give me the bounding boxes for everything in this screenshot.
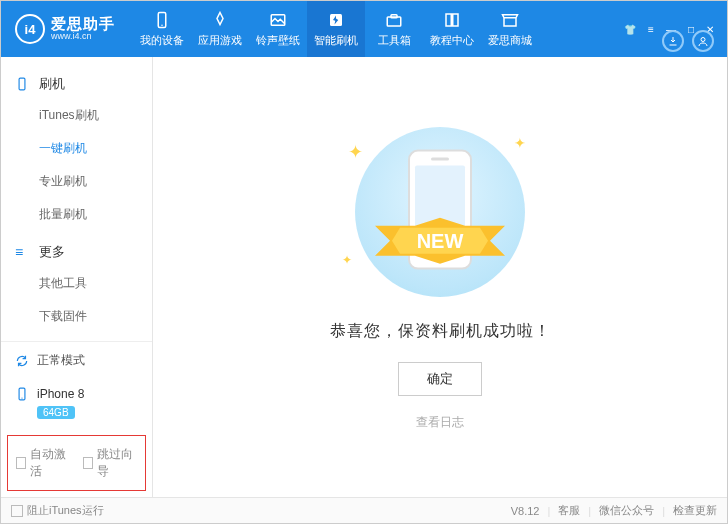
svg-point-6	[701, 38, 705, 42]
footer: 阻止iTunes运行 V8.12 | 客服 | 微信公众号 | 检查更新	[1, 497, 727, 523]
sidebar-section-more[interactable]: ≡ 更多	[1, 237, 152, 267]
sidebar-item-advanced[interactable]: 高级功能	[1, 333, 152, 341]
success-message: 恭喜您，保资料刷机成功啦！	[330, 321, 551, 342]
sidebar-device[interactable]: iPhone 8	[1, 379, 152, 405]
store-icon	[501, 11, 519, 29]
checkbox-skip-guide[interactable]: 跳过向导	[83, 446, 138, 480]
phone-icon	[15, 77, 31, 91]
version-label: V8.12	[511, 505, 540, 517]
body: 刷机 iTunes刷机 一键刷机 专业刷机 批量刷机 ≡ 更多 其他工具 下载固…	[1, 57, 727, 497]
nav-flash[interactable]: 智能刷机	[307, 1, 365, 57]
svg-text:NEW: NEW	[417, 229, 464, 251]
device-name: iPhone 8	[37, 387, 84, 401]
logo-subtitle: www.i4.cn	[51, 32, 115, 42]
nav-store[interactable]: 爱思商城	[481, 1, 539, 57]
nav-tutorial[interactable]: 教程中心	[423, 1, 481, 57]
device-icon	[15, 387, 29, 401]
svg-point-9	[21, 398, 22, 399]
sidebar-item-other-tools[interactable]: 其他工具	[1, 267, 152, 300]
sidebar-item-pro-flash[interactable]: 专业刷机	[1, 165, 152, 198]
sidebar: 刷机 iTunes刷机 一键刷机 专业刷机 批量刷机 ≡ 更多 其他工具 下载固…	[1, 57, 153, 497]
toolbox-icon	[385, 11, 403, 29]
content: ✦ ✦ ✦ NEW 恭喜您，保资料刷机成功啦！ 确定 查看日志	[153, 57, 727, 497]
header: i4 爱思助手 www.i4.cn 我的设备 应用游戏 铃声壁纸 智能刷机 工具…	[1, 1, 727, 57]
nav-label: 工具箱	[378, 33, 411, 48]
app-logo[interactable]: i4 爱思助手 www.i4.cn	[15, 14, 115, 44]
storage-badge: 64GB	[37, 406, 75, 419]
nav-wallpaper[interactable]: 铃声壁纸	[249, 1, 307, 57]
svg-rect-7	[19, 78, 25, 90]
nav-label: 智能刷机	[314, 33, 358, 48]
shirt-icon[interactable]: 👕	[621, 22, 639, 37]
phone-icon	[153, 11, 171, 29]
sparkle-icon: ✦	[514, 135, 526, 151]
sidebar-item-itunes-flash[interactable]: iTunes刷机	[1, 99, 152, 132]
footer-link-update[interactable]: 检查更新	[673, 503, 717, 518]
sidebar-item-download-fw[interactable]: 下载固件	[1, 300, 152, 333]
refresh-icon	[15, 354, 29, 368]
nav-toolbox[interactable]: 工具箱	[365, 1, 423, 57]
success-illustration: ✦ ✦ ✦ NEW	[340, 127, 540, 297]
activation-options: 自动激活 跳过向导	[7, 435, 146, 491]
checkbox-block-itunes[interactable]: 阻止iTunes运行	[11, 503, 104, 518]
checkbox-auto-activate[interactable]: 自动激活	[16, 446, 71, 480]
footer-link-support[interactable]: 客服	[558, 503, 580, 518]
footer-link-wechat[interactable]: 微信公众号	[599, 503, 654, 518]
sidebar-section-flash[interactable]: 刷机	[1, 69, 152, 99]
nav-label: 应用游戏	[198, 33, 242, 48]
nav-label: 爱思商城	[488, 33, 532, 48]
sidebar-item-batch-flash[interactable]: 批量刷机	[1, 198, 152, 231]
apps-icon	[211, 11, 229, 29]
top-nav: 我的设备 应用游戏 铃声壁纸 智能刷机 工具箱 教程中心 爱思商城	[133, 1, 613, 57]
download-button[interactable]	[662, 30, 684, 52]
svg-point-1	[161, 24, 163, 26]
image-icon	[269, 11, 287, 29]
status-label: 正常模式	[37, 352, 85, 369]
sidebar-section-label: 刷机	[39, 75, 65, 93]
book-icon	[443, 11, 461, 29]
sidebar-section-label: 更多	[39, 243, 65, 261]
nav-my-device[interactable]: 我的设备	[133, 1, 191, 57]
new-ribbon: NEW	[370, 215, 510, 268]
user-button[interactable]	[692, 30, 714, 52]
nav-label: 我的设备	[140, 33, 184, 48]
nav-label: 铃声壁纸	[256, 33, 300, 48]
menu-icon[interactable]: ≡	[645, 22, 657, 37]
sidebar-status[interactable]: 正常模式	[1, 342, 152, 379]
logo-title: 爱思助手	[51, 16, 115, 33]
sparkle-icon: ✦	[342, 253, 352, 267]
sidebar-item-onekey-flash[interactable]: 一键刷机	[1, 132, 152, 165]
sparkle-icon: ✦	[348, 141, 363, 163]
nav-apps[interactable]: 应用游戏	[191, 1, 249, 57]
view-log-link[interactable]: 查看日志	[416, 414, 464, 431]
confirm-button[interactable]: 确定	[398, 362, 482, 396]
more-icon: ≡	[15, 245, 31, 259]
logo-mark: i4	[15, 14, 45, 44]
flash-icon	[327, 11, 345, 29]
nav-label: 教程中心	[430, 33, 474, 48]
